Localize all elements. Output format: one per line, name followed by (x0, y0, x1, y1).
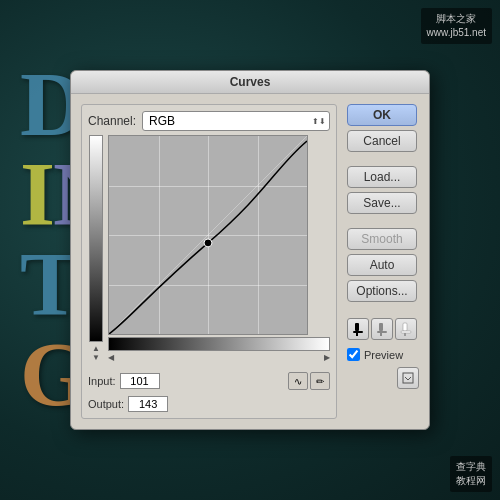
output-field[interactable] (128, 396, 168, 412)
input-label: Input: (88, 375, 116, 387)
expand-button[interactable] (397, 367, 419, 389)
eyedroppers-row (347, 318, 419, 340)
left-panel: Channel: RGB Red Green Blue (81, 104, 337, 419)
separator3 (347, 306, 419, 312)
svg-rect-9 (401, 331, 411, 333)
svg-rect-2 (355, 323, 359, 331)
horizontal-gradient (108, 337, 330, 351)
input-group: Input: (88, 373, 160, 389)
input-row: Input: ∿ ✏ (88, 372, 330, 390)
auto-button[interactable]: Auto (347, 254, 417, 276)
right-panel: OK Cancel Load... Save... Smooth Auto Op… (347, 104, 419, 419)
dialog-titlebar: Curves (71, 71, 429, 94)
input-field[interactable] (120, 373, 160, 389)
white-eyedropper-button[interactable] (395, 318, 417, 340)
ok-button[interactable]: OK (347, 104, 417, 126)
curves-svg (109, 136, 307, 334)
gray-eyedropper-button[interactable] (371, 318, 393, 340)
channel-row: Channel: RGB Red Green Blue (88, 111, 330, 131)
dialog-overlay: Curves Channel: RGB Red (0, 0, 500, 500)
pencil-tool-button[interactable]: ✏ (310, 372, 330, 390)
vertical-gradient (89, 135, 103, 342)
load-button[interactable]: Load... (347, 166, 417, 188)
separator1 (347, 156, 419, 162)
channel-select-wrapper[interactable]: RGB Red Green Blue (142, 111, 330, 131)
channel-select[interactable]: RGB Red Green Blue (142, 111, 330, 131)
preview-label: Preview (364, 349, 403, 361)
preview-checkbox[interactable] (347, 348, 360, 361)
smooth-button[interactable]: Smooth (347, 228, 417, 250)
vertical-arrows: ▲▼ (92, 344, 100, 362)
curves-graph-wrapper: ◀▶ (108, 135, 330, 362)
black-eyedropper-button[interactable] (347, 318, 369, 340)
curves-graph[interactable] (108, 135, 308, 335)
cancel-button[interactable]: Cancel (347, 130, 417, 152)
curves-area: ▲▼ (88, 135, 330, 362)
io-tools: ∿ ✏ (288, 372, 330, 390)
curves-group-box: Channel: RGB Red Green Blue (81, 104, 337, 419)
horizontal-arrows: ◀▶ (108, 353, 330, 362)
channel-label: Channel: (88, 114, 136, 128)
dialog-body: Channel: RGB Red Green Blue (71, 94, 429, 429)
curves-dialog: Curves Channel: RGB Red (70, 70, 430, 430)
vertical-gradient-bar: ▲▼ (88, 135, 104, 362)
output-label: Output: (88, 398, 124, 410)
dialog-title: Curves (230, 75, 271, 89)
svg-rect-6 (377, 331, 387, 333)
svg-rect-11 (403, 373, 413, 383)
svg-line-0 (109, 136, 307, 334)
svg-rect-3 (353, 331, 363, 333)
svg-point-1 (204, 239, 212, 247)
output-group: Output: (88, 396, 168, 412)
svg-rect-8 (403, 323, 407, 331)
options-button[interactable]: Options... (347, 280, 417, 302)
svg-rect-5 (379, 323, 383, 331)
output-row: Output: (88, 396, 330, 412)
separator2 (347, 218, 419, 224)
save-button[interactable]: Save... (347, 192, 417, 214)
curve-tool-button[interactable]: ∿ (288, 372, 308, 390)
preview-row: Preview (347, 348, 419, 361)
